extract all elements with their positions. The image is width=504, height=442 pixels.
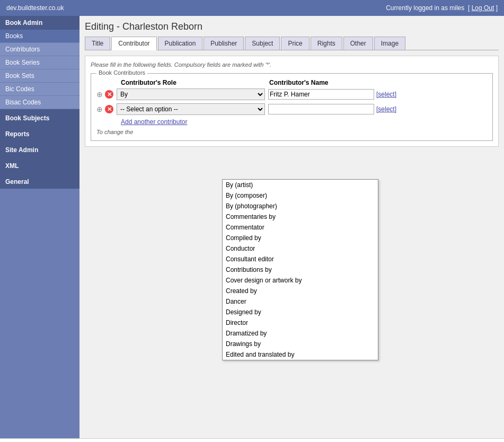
header: dev.buildtester.co.uk Currently logged i… <box>0 0 504 16</box>
fieldset-legend: Book Contributors <box>96 69 147 76</box>
main-content: Editing - Charleston Reborn Title Contri… <box>79 16 504 438</box>
dropdown-item-dancer[interactable]: Dancer <box>223 296 378 307</box>
page-title: Editing - Charleston Reborn <box>85 21 499 32</box>
role-select-2[interactable]: -- Select an option -- <box>117 103 265 115</box>
sidebar-item-book-sets[interactable]: Book Sets <box>0 69 79 83</box>
dropdown-item-director[interactable]: Director <box>223 317 378 328</box>
sidebar-section-book-admin[interactable]: Book Admin <box>0 16 79 30</box>
sidebar: Book Admin Books Contributors Book Serie… <box>0 16 79 438</box>
sidebar-section-site-admin[interactable]: Site Admin <box>0 143 79 157</box>
role-select-1[interactable]: By By (artist) By (composer) <box>117 89 265 100</box>
sidebar-item-books[interactable]: Books <box>0 30 79 43</box>
col-role-header: Contributor's Role <box>121 79 269 86</box>
sidebar-item-bic-codes[interactable]: Bic Codes <box>0 83 79 96</box>
dropdown-item-by-photographer[interactable]: By (photographer) <box>223 201 378 211</box>
instruction-text: Please fill in the following fields. Com… <box>91 61 493 68</box>
dropdown-item-compiled-by[interactable]: Compiled by <box>223 233 378 243</box>
tab-publisher[interactable]: Publisher <box>204 37 244 50</box>
tab-subject[interactable]: Subject <box>245 37 280 50</box>
select-link-2[interactable]: [select] <box>376 105 396 113</box>
sidebar-section-reports[interactable]: Reports <box>0 127 79 141</box>
sidebar-item-contributors[interactable]: Contributors <box>0 43 79 56</box>
logout-link[interactable]: Log Out <box>472 4 494 12</box>
dropdown-item-by-composer[interactable]: By (composer) <box>223 190 378 201</box>
dropdown-item-commentator[interactable]: Commentator <box>223 222 378 233</box>
footer: Contact Us | Privacy Notice | Conditions… <box>0 438 504 442</box>
dropdown-item-dramatized-by[interactable]: Dramatized by <box>223 328 378 339</box>
site-url: dev.buildtester.co.uk <box>6 4 64 12</box>
dropdown-item-commentaries-by[interactable]: Commentaries by <box>223 211 378 222</box>
dropdown-item-consultant-editor[interactable]: Consultant editor <box>223 254 378 264</box>
book-contributors-fieldset: Book Contributors Contributor's Role Con… <box>91 73 493 141</box>
dropdown-item-designed-by[interactable]: Designed by <box>223 307 378 317</box>
tab-title[interactable]: Title <box>85 37 110 50</box>
tab-image[interactable]: Image <box>374 37 405 50</box>
contributor-row-1: ⊕ ✕ By By (artist) By (composer) [select… <box>96 89 487 100</box>
dropdown-item-drawings-by[interactable]: Drawings by <box>223 339 378 349</box>
sidebar-section-book-subjects[interactable]: Book Subjects <box>0 111 79 125</box>
col-name-header: Contributor's Name <box>269 79 329 86</box>
col-headers: Contributor's Role Contributor's Name <box>96 79 487 86</box>
delete-btn-1[interactable]: ✕ <box>105 90 113 99</box>
dropdown-item-conductor[interactable]: Conductor <box>223 243 378 254</box>
name-input-2[interactable] <box>268 104 374 114</box>
tab-other[interactable]: Other <box>343 37 373 50</box>
add-contributor-link[interactable]: Add another contributor <box>121 118 187 126</box>
tab-contributor[interactable]: Contributor <box>111 37 156 50</box>
dropdown-scroll[interactable]: By (artist) By (composer) By (photograph… <box>223 180 378 360</box>
role-dropdown-overlay[interactable]: By (artist) By (composer) By (photograph… <box>222 179 378 360</box>
delete-btn-2[interactable]: ✕ <box>105 105 113 113</box>
dropdown-item-by-artist[interactable]: By (artist) <box>223 180 378 190</box>
user-info: Currently logged in as miles [ Log Out ] <box>386 4 498 12</box>
tab-bar: Title Contributor Publication Publisher … <box>85 37 499 50</box>
name-input-1[interactable] <box>268 89 374 100</box>
dropdown-item-created-by[interactable]: Created by <box>223 286 378 296</box>
tab-publication[interactable]: Publication <box>158 37 203 50</box>
sidebar-item-bisac-codes[interactable]: Bisac Codes <box>0 96 79 109</box>
tab-rights[interactable]: Rights <box>311 37 342 50</box>
dropdown-item-edited-and-translated[interactable]: Edited and translated by <box>223 349 378 360</box>
select-link-1[interactable]: [select] <box>376 91 396 98</box>
sidebar-section-general[interactable]: General <box>0 175 79 189</box>
sidebar-section-xml[interactable]: XML <box>0 159 79 173</box>
sidebar-item-book-series[interactable]: Book Series <box>0 56 79 69</box>
tab-price[interactable]: Price <box>281 37 309 50</box>
contributor-row-2: ⊕ ✕ -- Select an option -- [select] <box>96 103 487 115</box>
dropdown-item-cover-design[interactable]: Cover design or artwork by <box>223 275 378 286</box>
move-handle-1[interactable]: ⊕ <box>96 90 103 99</box>
user-text: Currently logged in as miles <box>386 4 464 12</box>
to-change-text: To change the <box>96 129 487 135</box>
dropdown-item-contributions-by[interactable]: Contributions by <box>223 264 378 275</box>
move-handle-2[interactable]: ⊕ <box>96 105 103 113</box>
content-area: Please fill in the following fields. Com… <box>85 56 499 147</box>
